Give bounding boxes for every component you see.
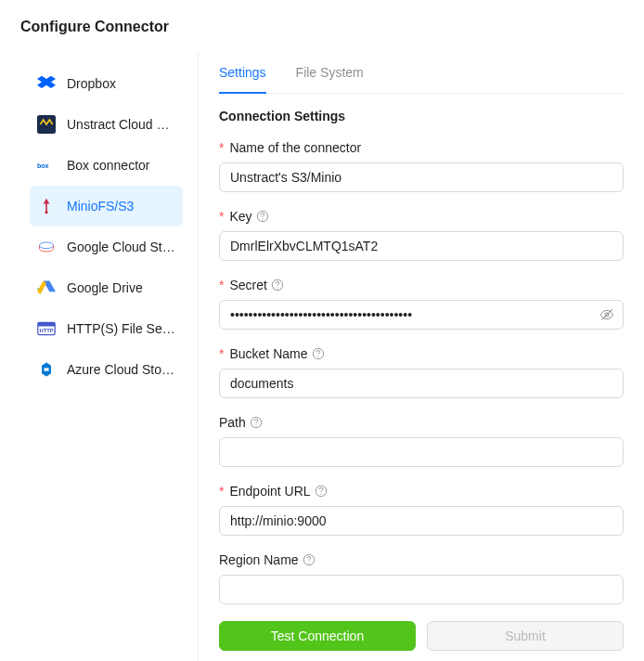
sidebar-item-label: Box connector [67, 158, 150, 173]
sidebar-item-azure[interactable]: Azure Cloud Storage [30, 349, 183, 390]
label-secret: * Secret [219, 278, 624, 292]
http-icon: HTTP [37, 319, 56, 338]
submit-button[interactable]: Submit [427, 621, 624, 651]
label-text: Name of the connector [229, 140, 361, 155]
name-input[interactable] [219, 162, 624, 192]
label-bucket: * Bucket Name [219, 346, 624, 361]
sidebar-item-gcs[interactable]: Google Cloud Storage [30, 227, 183, 267]
button-row: Test Connection Submit [219, 621, 624, 651]
svg-text:box: box [37, 162, 49, 169]
svg-rect-5 [38, 322, 55, 326]
content-panel: Settings File System Connection Settings… [199, 52, 644, 661]
svg-point-10 [277, 287, 277, 288]
sidebar-item-label: Google Cloud Storage [67, 240, 175, 254]
connector-sidebar: Dropbox Unstract Cloud Storage box Box c… [0, 52, 199, 661]
dropbox-icon [37, 74, 56, 93]
required-asterisk: * [219, 209, 224, 224]
box-icon: box [37, 156, 56, 175]
main-layout: Dropbox Unstract Cloud Storage box Box c… [0, 52, 644, 661]
form-item-endpoint: * Endpoint URL [219, 484, 624, 536]
minio-icon [37, 197, 56, 215]
sidebar-item-label: Dropbox [67, 76, 116, 91]
help-icon[interactable] [256, 210, 269, 223]
bucket-input[interactable] [219, 369, 624, 398]
sidebar-item-http[interactable]: HTTP HTTP(S) File Server [30, 308, 183, 349]
sidebar-item-label: HTTP(S) File Server [67, 321, 175, 336]
sidebar-item-label: MinioFS/S3 [67, 199, 134, 214]
eye-invisible-icon[interactable] [599, 307, 614, 322]
help-icon[interactable] [303, 553, 316, 566]
section-title: Connection Settings [219, 109, 624, 123]
help-icon[interactable] [315, 485, 328, 498]
sidebar-item-label: Azure Cloud Storage [67, 362, 175, 377]
sidebar-item-unstract[interactable]: Unstract Cloud Storage [30, 104, 183, 145]
label-key: * Key [219, 209, 624, 224]
endpoint-input[interactable] [219, 506, 624, 536]
label-region: Region Name [219, 552, 624, 567]
svg-point-14 [317, 356, 318, 356]
form-item-secret: * Secret [219, 278, 624, 330]
path-input[interactable] [219, 437, 624, 467]
unstract-icon [37, 115, 56, 134]
label-text: Bucket Name [229, 346, 307, 361]
help-icon[interactable] [250, 416, 263, 429]
required-asterisk: * [219, 346, 224, 361]
label-text: Path [219, 415, 246, 430]
region-input[interactable] [219, 575, 624, 604]
tab-bar: Settings File System [219, 52, 624, 94]
required-asterisk: * [219, 140, 224, 155]
svg-point-16 [255, 424, 256, 425]
tab-filesystem[interactable]: File System [296, 52, 364, 93]
required-asterisk: * [219, 484, 224, 499]
sidebar-item-box[interactable]: box Box connector [30, 145, 183, 186]
label-text: Endpoint URL [229, 484, 310, 499]
label-endpoint: * Endpoint URL [219, 484, 624, 499]
svg-point-20 [308, 562, 309, 563]
svg-point-8 [262, 218, 263, 219]
form-item-path: Path [219, 415, 624, 467]
form-item-bucket: * Bucket Name [219, 346, 624, 398]
label-text: Key [229, 209, 251, 224]
key-input[interactable] [219, 231, 624, 261]
label-name: * Name of the connector [219, 140, 624, 155]
tab-settings[interactable]: Settings [219, 52, 266, 93]
page-title: Configure Connector [0, 0, 644, 52]
help-icon[interactable] [312, 347, 325, 360]
azure-icon [37, 360, 56, 379]
svg-point-2 [45, 211, 47, 214]
sidebar-item-label: Google Drive [67, 280, 143, 295]
sidebar-item-dropbox[interactable]: Dropbox [30, 63, 183, 104]
svg-point-3 [40, 242, 54, 249]
label-text: Secret [229, 278, 266, 292]
sidebar-item-minio[interactable]: MinioFS/S3 [30, 186, 183, 227]
form-item-key: * Key [219, 209, 624, 261]
svg-point-18 [320, 493, 321, 494]
sidebar-item-label: Unstract Cloud Storage [67, 117, 175, 132]
help-icon[interactable] [271, 279, 284, 292]
svg-text:HTTP: HTTP [40, 328, 54, 333]
test-connection-button[interactable]: Test Connection [219, 621, 416, 651]
required-asterisk: * [219, 278, 224, 292]
sidebar-item-gdrive[interactable]: Google Drive [30, 267, 183, 308]
secret-input[interactable] [219, 300, 624, 330]
label-text: Region Name [219, 552, 299, 567]
gcs-icon [37, 238, 56, 256]
form-item-name: * Name of the connector [219, 140, 624, 192]
gdrive-icon [37, 279, 56, 297]
form-item-region: Region Name [219, 552, 624, 604]
label-path: Path [219, 415, 624, 430]
